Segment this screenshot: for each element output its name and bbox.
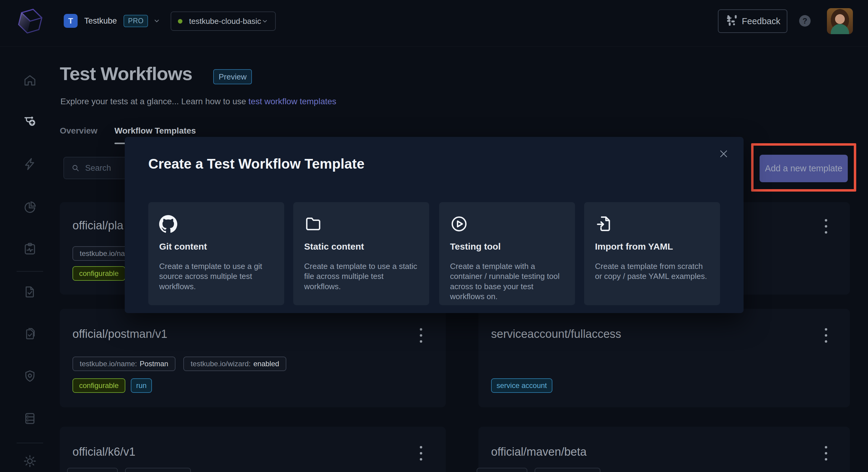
sidebar-item-test-workflows[interactable] [23,115,37,129]
tab-overview[interactable]: Overview [60,126,98,136]
sidebar-item-settings[interactable] [23,454,37,468]
chevron-down-icon [153,17,161,25]
workspace-avatar: T [64,14,78,28]
workspace-selector[interactable]: T Testkube PRO [64,14,161,28]
tab-workflow-templates[interactable]: Workflow Templates [115,126,196,136]
preview-badge: Preview [213,69,252,84]
pie-chart-icon [23,200,37,214]
slack-icon [725,15,737,27]
shield-gear-icon [23,369,37,383]
feedback-label: Feedback [742,16,780,26]
kebab-menu-icon[interactable] [820,444,832,462]
templates-docs-link[interactable]: test workflow templates [249,97,336,106]
modal-card-description: Create a template from scratch or copy /… [595,261,710,282]
folder-icon [304,215,322,233]
run-badge: run [131,378,152,393]
template-card-postman[interactable]: official/postman/v1 testkube.io/name:Pos… [60,309,446,407]
sidebar-nav [0,47,60,472]
kebab-menu-icon[interactable] [415,326,427,345]
sidebar-item-home[interactable] [23,73,37,87]
workspace-name: Testkube [84,16,117,26]
sidebar-item-triggers[interactable] [23,157,37,171]
template-card-serviceaccount[interactable]: serviceaccount/fullaccess service accoun… [478,309,850,407]
documents-stack-icon [23,327,37,341]
template-title: serviceaccount/fullaccess [491,328,621,341]
label-value: Postman [140,360,168,368]
help-icon[interactable]: ? [799,15,811,27]
home-icon [23,73,37,87]
label-key: testkube.io/name: [80,360,137,368]
create-template-modal: Create a Test Workflow Template Git cont… [125,137,744,313]
label-chip [534,468,600,472]
sidebar-item-insights[interactable] [23,200,37,214]
play-circle-icon [450,215,468,233]
sidebar-item-monitoring[interactable] [23,242,37,256]
sidebar-divider [17,271,43,272]
sidebar-item-test-suites[interactable] [23,327,37,341]
modal-card-title: Static content [304,241,364,252]
modal-card-description: Create a template to use a static file a… [304,261,420,292]
template-title: official/postman/v1 [72,328,167,341]
modal-card-description: Create a template with a container / run… [450,261,565,301]
sidebar-item-executors[interactable] [23,369,37,383]
template-title: official/pla [72,219,123,232]
lightning-icon [23,157,37,171]
template-card-k6[interactable]: official/k6/v1 [60,427,446,472]
github-icon [159,215,177,233]
feedback-button[interactable]: Feedback [718,9,787,33]
environment-selector[interactable]: testkube-cloud-basic [170,11,276,31]
label-value: enabled [253,360,279,368]
label-chip [476,468,527,472]
kebab-menu-icon[interactable] [820,217,832,235]
workflow-create-icon [23,115,37,129]
kebab-menu-icon[interactable] [820,326,832,345]
modal-card-testing-tool[interactable]: Testing tool Create a template with a co… [439,202,575,305]
environment-name: testkube-cloud-basic [189,17,261,26]
yaml-import-icon [595,215,613,233]
label-chip [125,468,191,472]
label-key: testkube.io/wizard: [191,360,251,368]
add-new-template-button[interactable]: Add a new template [760,155,848,182]
template-title: official/k6/v1 [72,445,135,459]
modal-card-title: Git content [159,241,207,252]
plan-badge: PRO [124,15,148,27]
modal-card-title: Testing tool [450,241,501,252]
modal-card-description: Create a template to use a git source ac… [159,261,275,292]
page-subtitle: Explore your tests at a glance... Learn … [60,97,336,106]
document-check-icon [23,285,37,299]
template-title: official/maven/beta [491,445,587,459]
page-title: Test Workflows [60,63,192,84]
modal-card-static-content[interactable]: Static content Create a template to use … [293,202,429,305]
testkube-logo-icon [16,5,45,37]
modal-card-git-content[interactable]: Git content Create a template to use a g… [148,202,284,305]
server-icon [23,412,37,425]
label-chip [67,468,118,472]
search-icon [71,164,80,172]
user-avatar[interactable] [827,8,853,34]
modal-card-title: Import from YAML [595,241,673,252]
configurable-badge: configurable [72,266,125,281]
modal-title: Create a Test Workflow Template [148,156,365,172]
configurable-badge: configurable [72,378,125,393]
top-header: T Testkube PRO testkube-cloud-basic [0,0,868,47]
sidebar-item-sources[interactable] [23,412,37,425]
clipboard-pulse-icon [23,242,37,256]
label-chip: testkube.io/wizard:enabled [183,357,286,371]
environment-status-dot [178,19,182,24]
sidebar-item-tests[interactable] [23,285,37,299]
modal-card-import-yaml[interactable]: Import from YAML Create a template from … [584,202,720,305]
label-chip: testkube.io/name:Postman [72,357,176,371]
subtitle-text: Explore your tests at a glance... Learn … [60,97,249,106]
close-icon[interactable] [717,147,730,160]
kebab-menu-icon[interactable] [415,444,427,462]
sidebar-divider [17,443,43,443]
gear-icon [23,454,37,468]
service-account-badge: service account [491,378,552,393]
template-card-maven[interactable]: official/maven/beta [478,427,850,472]
chevron-down-icon [261,18,269,25]
